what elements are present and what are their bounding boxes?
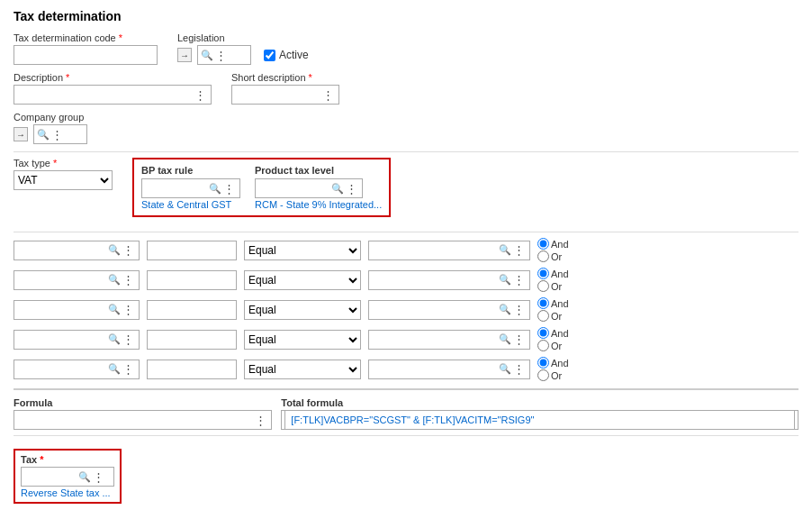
company-group-dots-icon[interactable]: ⋮ xyxy=(50,128,65,141)
cond-right-search-icon-4[interactable]: 🔍 xyxy=(499,333,511,345)
cond-or-radio-1[interactable] xyxy=(537,250,549,262)
cond-left-dots-icon-1[interactable]: ⋮ xyxy=(121,243,136,257)
cond-or-label-3[interactable]: Or xyxy=(537,310,569,322)
description-input[interactable]: Reverse State tax Payable 09% xyxy=(17,88,193,101)
cond-left-input-5[interactable] xyxy=(17,363,108,376)
product-tax-level-search-icon[interactable]: 🔍 xyxy=(331,183,344,195)
cond-mid-2[interactable] xyxy=(147,270,237,290)
cond-left-3[interactable]: 🔍 ⋮ xyxy=(14,300,140,320)
cond-right-search-icon-1[interactable]: 🔍 xyxy=(499,244,511,256)
cond-right-5[interactable]: 🔍 ⋮ xyxy=(368,360,530,379)
cond-or-radio-2[interactable] xyxy=(537,280,549,292)
cond-right-input-1[interactable] xyxy=(372,244,499,257)
cond-right-1[interactable]: 🔍 ⋮ xyxy=(368,241,530,260)
cond-and-radio-3[interactable] xyxy=(537,297,549,309)
cond-right-input-5[interactable] xyxy=(372,363,499,376)
cond-left-4[interactable]: 🔍 ⋮ xyxy=(14,330,140,350)
tax-dots-icon[interactable]: ⋮ xyxy=(91,470,106,484)
total-formula-input-row[interactable]: [F:TLK]VACBPR="SCGST" & [F:TLK]VACITM="R… xyxy=(281,410,798,430)
cond-mid-3[interactable] xyxy=(147,300,237,320)
cond-operator-3[interactable]: EqualNot equalGreater thanLess thanConta… xyxy=(244,300,361,320)
tax-type-select[interactable]: VAT xyxy=(14,173,112,187)
description-field[interactable]: Reverse State tax Payable 09% ⋮ xyxy=(14,85,212,105)
cond-mid-4[interactable] xyxy=(147,330,237,350)
legislation-arrow-icon[interactable]: → xyxy=(177,48,192,62)
cond-left-dots-icon-2[interactable]: ⋮ xyxy=(121,273,136,287)
cond-and-radio-2[interactable] xyxy=(537,268,549,279)
tax-input[interactable]: RSGS9 xyxy=(24,470,78,483)
cond-and-radio-1[interactable] xyxy=(537,238,549,250)
cond-and-label-3[interactable]: And xyxy=(537,297,569,309)
legislation-field[interactable]: 🔍 ⋮ xyxy=(197,45,251,65)
formula-input-row[interactable]: ⋮ xyxy=(14,410,272,430)
tax-type-select-wrapper[interactable]: VAT xyxy=(14,170,113,190)
legislation-dots-icon[interactable]: ⋮ xyxy=(213,49,229,62)
cond-or-label-2[interactable]: Or xyxy=(537,280,569,292)
cond-or-label-4[interactable]: Or xyxy=(537,340,569,351)
cond-left-dots-icon-3[interactable]: ⋮ xyxy=(121,303,136,316)
cond-and-label-1[interactable]: And xyxy=(537,238,569,250)
cond-right-dots-icon-4[interactable]: ⋮ xyxy=(511,332,527,346)
cond-left-search-icon-5[interactable]: 🔍 xyxy=(108,363,121,375)
cond-left-dots-icon-5[interactable]: ⋮ xyxy=(121,362,136,376)
cond-left-input-3[interactable] xyxy=(17,304,108,316)
cond-left-search-icon-4[interactable]: 🔍 xyxy=(108,333,121,345)
company-group-search-icon[interactable]: 🔍 xyxy=(37,129,50,141)
cond-mid-input-5[interactable] xyxy=(150,363,233,376)
active-checkbox[interactable] xyxy=(264,50,275,61)
short-desc-dots-icon[interactable]: ⋮ xyxy=(320,88,336,102)
cond-or-radio-3[interactable] xyxy=(537,310,549,322)
cond-right-dots-icon-1[interactable]: ⋮ xyxy=(511,243,527,257)
product-tax-level-input[interactable]: RSIG9 xyxy=(258,182,331,195)
short-desc-field[interactable]: RSG09 ⋮ xyxy=(231,85,339,105)
cond-right-3[interactable]: 🔍 ⋮ xyxy=(368,300,530,320)
formula-input[interactable] xyxy=(17,414,253,426)
cond-right-search-icon-5[interactable]: 🔍 xyxy=(499,363,511,375)
description-dots-icon[interactable]: ⋮ xyxy=(193,88,208,102)
bp-tax-rule-input[interactable]: SCGST xyxy=(145,182,209,195)
cond-mid-input-2[interactable] xyxy=(150,274,233,287)
cond-and-radio-4[interactable] xyxy=(537,327,549,339)
cond-and-label-2[interactable]: And xyxy=(537,268,569,279)
cond-right-dots-icon-3[interactable]: ⋮ xyxy=(511,303,527,316)
cond-right-dots-icon-2[interactable]: ⋮ xyxy=(511,273,527,287)
cond-mid-1[interactable] xyxy=(147,241,237,260)
cond-or-radio-5[interactable] xyxy=(537,369,549,381)
cond-or-label-5[interactable]: Or xyxy=(537,369,569,381)
bp-tax-rule-field[interactable]: SCGST 🔍 ⋮ xyxy=(141,178,240,198)
bp-tax-rule-dots-icon[interactable]: ⋮ xyxy=(221,182,237,196)
cond-left-input-1[interactable] xyxy=(17,244,108,257)
cond-left-input-4[interactable] xyxy=(17,333,108,346)
cond-mid-5[interactable] xyxy=(147,360,237,379)
cond-or-radio-4[interactable] xyxy=(537,340,549,351)
cond-left-search-icon-1[interactable]: 🔍 xyxy=(108,244,121,256)
cond-right-input-4[interactable] xyxy=(372,333,499,346)
cond-mid-input-1[interactable] xyxy=(150,244,233,257)
cond-right-search-icon-2[interactable]: 🔍 xyxy=(499,274,511,286)
cond-operator-2[interactable]: EqualNot equalGreater thanLess thanConta… xyxy=(244,270,361,290)
cond-and-label-4[interactable]: And xyxy=(537,327,569,339)
product-tax-level-dots-icon[interactable]: ⋮ xyxy=(344,182,359,196)
formula-dots-icon[interactable]: ⋮ xyxy=(253,414,268,427)
cond-right-search-icon-3[interactable]: 🔍 xyxy=(499,304,511,315)
cond-operator-4[interactable]: EqualNot equalGreater thanLess thanConta… xyxy=(244,330,361,350)
cond-left-search-icon-3[interactable]: 🔍 xyxy=(108,304,121,315)
cond-mid-input-3[interactable] xyxy=(150,304,233,316)
cond-and-radio-5[interactable] xyxy=(537,357,549,369)
cond-left-1[interactable]: 🔍 ⋮ xyxy=(14,241,140,260)
cond-operator-1[interactable]: EqualNot equalGreater thanLess thanConta… xyxy=(244,241,361,260)
short-desc-input[interactable]: RSG09 xyxy=(235,88,320,101)
cond-left-search-icon-2[interactable]: 🔍 xyxy=(108,274,121,286)
tax-input-row[interactable]: RSGS9 🔍 ⋮ xyxy=(21,467,114,487)
bp-tax-rule-search-icon[interactable]: 🔍 xyxy=(209,183,221,195)
cond-right-4[interactable]: 🔍 ⋮ xyxy=(368,330,530,350)
cond-right-dots-icon-5[interactable]: ⋮ xyxy=(511,362,527,376)
cond-left-dots-icon-4[interactable]: ⋮ xyxy=(121,332,136,346)
tax-search-icon[interactable]: 🔍 xyxy=(78,471,91,483)
cond-or-label-1[interactable]: Or xyxy=(537,250,569,262)
company-group-field[interactable]: 🔍 ⋮ xyxy=(33,124,87,144)
product-tax-level-field[interactable]: RSIG9 🔍 ⋮ xyxy=(255,178,363,198)
tax-code-field[interactable]: RSG09 xyxy=(14,45,158,65)
cond-right-2[interactable]: 🔍 ⋮ xyxy=(368,270,530,290)
tax-code-input[interactable]: RSG09 xyxy=(17,49,154,61)
